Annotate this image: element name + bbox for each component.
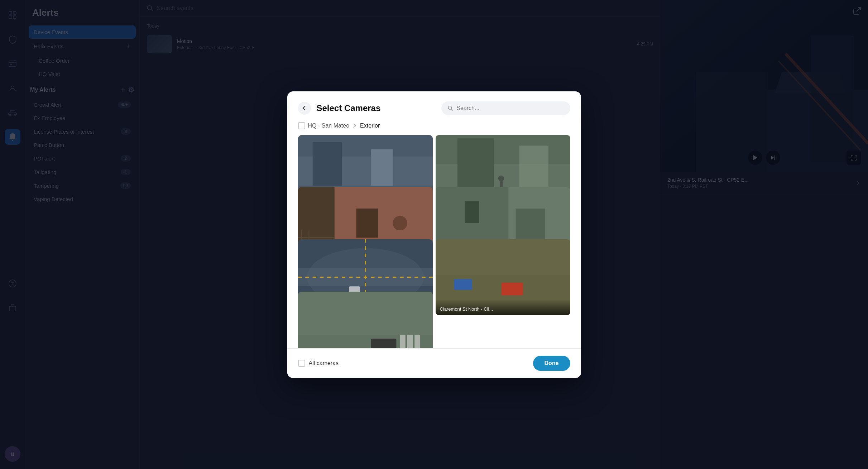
svg-rect-67	[501, 283, 523, 296]
camera-thumbnail-7	[298, 292, 433, 348]
svg-rect-32	[312, 142, 341, 186]
breadcrumb-sub: Exterior	[360, 123, 380, 129]
svg-line-29	[451, 109, 452, 110]
modal-search-bar	[441, 101, 570, 115]
svg-rect-55	[465, 201, 479, 223]
svg-point-42	[498, 175, 504, 181]
svg-rect-33	[371, 149, 393, 186]
svg-point-51	[393, 216, 407, 231]
camera-grid: 3rd Ave Lobby West - CB62-E	[287, 135, 581, 348]
svg-rect-71	[298, 292, 433, 335]
breadcrumb-chevron-icon	[352, 123, 357, 128]
camera-card-7[interactable]: Claremont St North - Cli...	[298, 292, 433, 348]
modal-title: Select Cameras	[317, 103, 436, 113]
svg-rect-50	[356, 209, 378, 238]
breadcrumb-location: HQ - San Mateo	[308, 123, 350, 129]
all-cameras-checkbox[interactable]	[298, 360, 305, 367]
select-cameras-modal: Select Cameras HQ - San Mateo Exterior	[287, 91, 581, 378]
svg-rect-40	[519, 145, 548, 189]
modal-overlay[interactable]: Select Cameras HQ - San Mateo Exterior	[0, 0, 868, 469]
camera-card-6[interactable]: Claremont St North - Cli...	[436, 239, 570, 315]
svg-rect-73	[400, 335, 405, 348]
svg-rect-72	[371, 339, 396, 348]
svg-rect-66	[436, 239, 570, 276]
all-cameras-text: All cameras	[309, 360, 339, 367]
done-button[interactable]: Done	[533, 356, 570, 371]
breadcrumb: HQ - San Mateo Exterior	[287, 122, 581, 135]
svg-point-28	[448, 106, 451, 109]
app-container: ? U Alerts Device Events Helix Events + …	[0, 0, 868, 469]
svg-rect-74	[407, 335, 412, 348]
svg-rect-75	[414, 335, 420, 348]
modal-search-icon	[448, 105, 453, 111]
all-cameras-option[interactable]: All cameras	[298, 360, 339, 367]
svg-rect-39	[457, 138, 494, 193]
modal-header: Select Cameras	[287, 91, 581, 122]
back-button[interactable]	[298, 102, 311, 115]
svg-rect-68	[454, 279, 472, 290]
camera-label-6: Claremont St North - Cli...	[436, 299, 570, 315]
breadcrumb-checkbox[interactable]	[298, 122, 305, 129]
modal-footer: All cameras Done	[287, 348, 581, 378]
modal-search-input[interactable]	[456, 105, 564, 111]
